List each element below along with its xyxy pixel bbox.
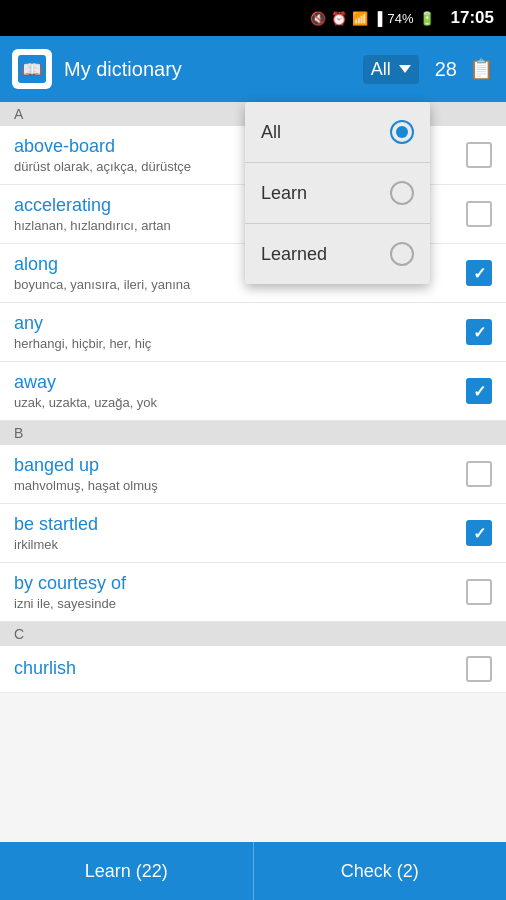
signal-icon: ▐ (373, 11, 382, 26)
list-item[interactable]: by courtesy of izni ile, sayesinde (0, 563, 506, 622)
word-checkbox[interactable] (466, 142, 492, 168)
list-item[interactable]: churlish (0, 646, 506, 693)
word-title: banged up (14, 455, 466, 476)
word-content: be startled irkilmek (14, 514, 466, 552)
word-checkbox[interactable] (466, 461, 492, 487)
word-content: churlish (14, 658, 466, 681)
app-title: My dictionary (64, 58, 363, 81)
word-checkbox[interactable] (466, 319, 492, 345)
word-translation: izni ile, sayesinde (14, 596, 466, 611)
word-title: by courtesy of (14, 573, 466, 594)
check-button-label: Check (2) (341, 861, 419, 882)
word-translation: herhangi, hiçbir, her, hiç (14, 336, 466, 351)
section-header-c: C (0, 622, 506, 646)
word-checkbox[interactable] (466, 520, 492, 546)
app-logo: 📖 (12, 49, 52, 89)
word-checkbox[interactable] (466, 579, 492, 605)
mute-icon: 🔇 (310, 11, 326, 26)
word-checkbox[interactable] (466, 201, 492, 227)
filter-dropdown[interactable]: All Learn Learned (245, 102, 430, 284)
filter-option-all[interactable]: All (245, 102, 430, 163)
word-translation: irkilmek (14, 537, 466, 552)
radio-learned (390, 242, 414, 266)
word-title: churlish (14, 658, 466, 679)
word-title: any (14, 313, 466, 334)
status-icons: 🔇 ⏰ 📶 ▐ 74% 🔋 (310, 11, 434, 26)
word-checkbox[interactable] (466, 378, 492, 404)
word-translation: uzak, uzakta, uzağa, yok (14, 395, 466, 410)
word-checkbox[interactable] (466, 656, 492, 682)
radio-learn (390, 181, 414, 205)
learn-button[interactable]: Learn (22) (0, 842, 254, 900)
word-content: banged up mahvolmuş, haşat olmuş (14, 455, 466, 493)
word-title: be startled (14, 514, 466, 535)
word-translation: mahvolmuş, haşat olmuş (14, 478, 466, 493)
status-time: 17:05 (451, 8, 494, 28)
filter-option-learned[interactable]: Learned (245, 224, 430, 284)
status-bar: 🔇 ⏰ 📶 ▐ 74% 🔋 17:05 (0, 0, 506, 36)
filter-option-learned-label: Learned (261, 244, 390, 265)
battery-icon: 🔋 (419, 11, 435, 26)
word-content: any herhangi, hiçbir, her, hiç (14, 313, 466, 351)
filter-label: All (371, 59, 391, 80)
bottom-bar: Learn (22) Check (2) (0, 842, 506, 900)
alarm-icon: ⏰ (331, 11, 347, 26)
filter-option-learn-label: Learn (261, 183, 390, 204)
check-button[interactable]: Check (2) (254, 842, 507, 900)
learn-button-label: Learn (22) (85, 861, 168, 882)
battery-level: 74% (387, 11, 413, 26)
word-checkbox[interactable] (466, 260, 492, 286)
radio-all (390, 120, 414, 144)
wifi-icon: 📶 (352, 11, 368, 26)
word-content: away uzak, uzakta, uzağa, yok (14, 372, 466, 410)
filter-option-learn[interactable]: Learn (245, 163, 430, 224)
word-count: 28 (435, 58, 457, 81)
filter-dropdown-button[interactable]: All (363, 55, 419, 84)
word-content: by courtesy of izni ile, sayesinde (14, 573, 466, 611)
section-header-b: B (0, 421, 506, 445)
clipboard-icon[interactable]: 📋 (469, 57, 494, 81)
list-item[interactable]: away uzak, uzakta, uzağa, yok (0, 362, 506, 421)
list-item[interactable]: any herhangi, hiçbir, her, hiç (0, 303, 506, 362)
header: 📖 My dictionary All 28 📋 (0, 36, 506, 102)
list-item[interactable]: be startled irkilmek (0, 504, 506, 563)
radio-all-fill (396, 126, 408, 138)
logo-icon: 📖 (18, 55, 46, 83)
word-title: away (14, 372, 466, 393)
filter-option-all-label: All (261, 122, 390, 143)
list-item[interactable]: banged up mahvolmuş, haşat olmuş (0, 445, 506, 504)
chevron-down-icon (399, 65, 411, 73)
